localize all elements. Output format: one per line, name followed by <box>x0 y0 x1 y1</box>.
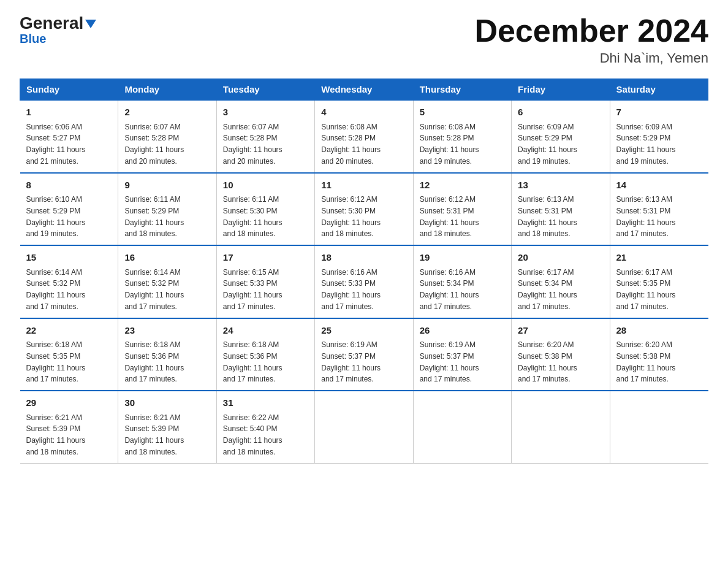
day-info: Sunrise: 6:10 AMSunset: 5:29 PMDaylight:… <box>26 195 86 238</box>
calendar-cell: 11 Sunrise: 6:12 AMSunset: 5:30 PMDaylig… <box>315 173 413 246</box>
calendar-cell: 24 Sunrise: 6:18 AMSunset: 5:36 PMDaylig… <box>216 318 314 391</box>
calendar-cell: 5 Sunrise: 6:08 AMSunset: 5:28 PMDayligh… <box>413 100 511 173</box>
day-number: 2 <box>124 105 210 120</box>
week-row-4: 22 Sunrise: 6:18 AMSunset: 5:35 PMDaylig… <box>20 318 708 391</box>
logo-line-1: General <box>20 15 96 32</box>
day-info: Sunrise: 6:11 AMSunset: 5:30 PMDaylight:… <box>223 195 282 238</box>
calendar-cell: 25 Sunrise: 6:19 AMSunset: 5:37 PMDaylig… <box>315 318 413 391</box>
day-info: Sunrise: 6:18 AMSunset: 5:36 PMDaylight:… <box>124 340 184 383</box>
logo-general-text: General <box>20 15 83 32</box>
day-info: Sunrise: 6:17 AMSunset: 5:34 PMDaylight:… <box>518 268 577 311</box>
day-info: Sunrise: 6:19 AMSunset: 5:37 PMDaylight:… <box>420 340 479 383</box>
title-area: December 2024 Dhi Na`im, Yemen <box>474 15 708 66</box>
day-info: Sunrise: 6:07 AMSunset: 5:28 PMDaylight:… <box>124 123 184 166</box>
week-row-1: 1 Sunrise: 6:06 AMSunset: 5:27 PMDayligh… <box>20 100 708 173</box>
calendar-cell: 9 Sunrise: 6:11 AMSunset: 5:29 PMDayligh… <box>118 173 216 246</box>
calendar-cell: 20 Sunrise: 6:17 AMSunset: 5:34 PMDaylig… <box>512 245 610 318</box>
day-number: 16 <box>124 251 210 265</box>
day-info: Sunrise: 6:08 AMSunset: 5:28 PMDaylight:… <box>420 123 479 166</box>
day-number: 15 <box>26 251 112 265</box>
calendar-cell: 21 Sunrise: 6:17 AMSunset: 5:35 PMDaylig… <box>610 245 708 318</box>
calendar-cell: 2 Sunrise: 6:07 AMSunset: 5:28 PMDayligh… <box>118 100 216 173</box>
calendar-cell: 29 Sunrise: 6:21 AMSunset: 5:39 PMDaylig… <box>20 391 118 463</box>
day-number: 24 <box>223 324 308 338</box>
day-number: 25 <box>321 324 406 338</box>
day-number: 27 <box>518 324 603 338</box>
col-sunday: Sunday <box>20 79 118 101</box>
day-info: Sunrise: 6:21 AMSunset: 5:39 PMDaylight:… <box>124 413 184 456</box>
day-number: 10 <box>223 178 308 193</box>
calendar-cell: 13 Sunrise: 6:13 AMSunset: 5:31 PMDaylig… <box>512 173 610 246</box>
day-number: 7 <box>616 105 702 120</box>
logo: General Blue <box>20 15 96 46</box>
day-number: 13 <box>518 178 603 193</box>
col-monday: Monday <box>118 79 216 101</box>
day-info: Sunrise: 6:08 AMSunset: 5:28 PMDaylight:… <box>321 123 381 166</box>
day-number: 18 <box>321 251 406 265</box>
day-number: 31 <box>223 396 308 410</box>
day-number: 4 <box>321 105 406 120</box>
calendar-cell: 16 Sunrise: 6:14 AMSunset: 5:32 PMDaylig… <box>118 245 216 318</box>
day-info: Sunrise: 6:15 AMSunset: 5:33 PMDaylight:… <box>223 268 282 311</box>
day-info: Sunrise: 6:12 AMSunset: 5:30 PMDaylight:… <box>321 195 381 238</box>
calendar-cell: 23 Sunrise: 6:18 AMSunset: 5:36 PMDaylig… <box>118 318 216 391</box>
calendar-cell: 15 Sunrise: 6:14 AMSunset: 5:32 PMDaylig… <box>20 245 118 318</box>
day-number: 9 <box>124 178 210 193</box>
day-number: 23 <box>124 324 210 338</box>
day-info: Sunrise: 6:19 AMSunset: 5:37 PMDaylight:… <box>321 340 381 383</box>
col-friday: Friday <box>512 79 610 101</box>
day-info: Sunrise: 6:20 AMSunset: 5:38 PMDaylight:… <box>616 340 676 383</box>
calendar-cell: 28 Sunrise: 6:20 AMSunset: 5:38 PMDaylig… <box>610 318 708 391</box>
month-title: December 2024 <box>474 15 708 47</box>
day-info: Sunrise: 6:09 AMSunset: 5:29 PMDaylight:… <box>518 123 577 166</box>
week-row-2: 8 Sunrise: 6:10 AMSunset: 5:29 PMDayligh… <box>20 173 708 246</box>
calendar-cell: 18 Sunrise: 6:16 AMSunset: 5:33 PMDaylig… <box>315 245 413 318</box>
day-number: 14 <box>616 178 702 193</box>
day-number: 29 <box>26 396 112 410</box>
day-number: 28 <box>616 324 702 338</box>
day-number: 6 <box>518 105 603 120</box>
calendar-cell <box>315 391 413 463</box>
calendar-cell: 4 Sunrise: 6:08 AMSunset: 5:28 PMDayligh… <box>315 100 413 173</box>
calendar-cell <box>512 391 610 463</box>
calendar-cell: 12 Sunrise: 6:12 AMSunset: 5:31 PMDaylig… <box>413 173 511 246</box>
day-info: Sunrise: 6:18 AMSunset: 5:35 PMDaylight:… <box>26 340 86 383</box>
day-info: Sunrise: 6:16 AMSunset: 5:34 PMDaylight:… <box>420 268 479 311</box>
page-header: General Blue December 2024 Dhi Na`im, Ye… <box>20 15 708 66</box>
day-number: 1 <box>26 105 112 120</box>
calendar-cell: 3 Sunrise: 6:07 AMSunset: 5:28 PMDayligh… <box>216 100 314 173</box>
day-number: 30 <box>124 396 210 410</box>
location-title: Dhi Na`im, Yemen <box>474 50 708 66</box>
day-info: Sunrise: 6:12 AMSunset: 5:31 PMDaylight:… <box>420 195 479 238</box>
col-tuesday: Tuesday <box>216 79 314 101</box>
calendar-cell: 27 Sunrise: 6:20 AMSunset: 5:38 PMDaylig… <box>512 318 610 391</box>
day-number: 17 <box>223 251 308 265</box>
day-number: 19 <box>420 251 505 265</box>
calendar-cell: 7 Sunrise: 6:09 AMSunset: 5:29 PMDayligh… <box>610 100 708 173</box>
day-info: Sunrise: 6:14 AMSunset: 5:32 PMDaylight:… <box>124 268 184 311</box>
day-info: Sunrise: 6:14 AMSunset: 5:32 PMDaylight:… <box>26 268 86 311</box>
day-info: Sunrise: 6:07 AMSunset: 5:28 PMDaylight:… <box>223 123 282 166</box>
day-number: 5 <box>420 105 505 120</box>
day-info: Sunrise: 6:09 AMSunset: 5:29 PMDaylight:… <box>616 123 676 166</box>
day-info: Sunrise: 6:13 AMSunset: 5:31 PMDaylight:… <box>616 195 676 238</box>
day-info: Sunrise: 6:11 AMSunset: 5:29 PMDaylight:… <box>124 195 184 238</box>
calendar-table: Sunday Monday Tuesday Wednesday Thursday… <box>20 79 708 464</box>
calendar-cell: 10 Sunrise: 6:11 AMSunset: 5:30 PMDaylig… <box>216 173 314 246</box>
calendar-header-row: Sunday Monday Tuesday Wednesday Thursday… <box>20 79 708 101</box>
col-thursday: Thursday <box>413 79 511 101</box>
calendar-cell <box>413 391 511 463</box>
calendar-cell: 8 Sunrise: 6:10 AMSunset: 5:29 PMDayligh… <box>20 173 118 246</box>
day-number: 22 <box>26 324 112 338</box>
calendar-cell: 19 Sunrise: 6:16 AMSunset: 5:34 PMDaylig… <box>413 245 511 318</box>
day-info: Sunrise: 6:06 AMSunset: 5:27 PMDaylight:… <box>26 123 86 166</box>
day-info: Sunrise: 6:17 AMSunset: 5:35 PMDaylight:… <box>616 268 676 311</box>
calendar-cell <box>610 391 708 463</box>
logo-triangle-icon <box>85 20 96 28</box>
day-number: 20 <box>518 251 603 265</box>
calendar-cell: 14 Sunrise: 6:13 AMSunset: 5:31 PMDaylig… <box>610 173 708 246</box>
day-info: Sunrise: 6:21 AMSunset: 5:39 PMDaylight:… <box>26 413 86 456</box>
day-number: 3 <box>223 105 308 120</box>
day-number: 21 <box>616 251 702 265</box>
calendar-cell: 6 Sunrise: 6:09 AMSunset: 5:29 PMDayligh… <box>512 100 610 173</box>
